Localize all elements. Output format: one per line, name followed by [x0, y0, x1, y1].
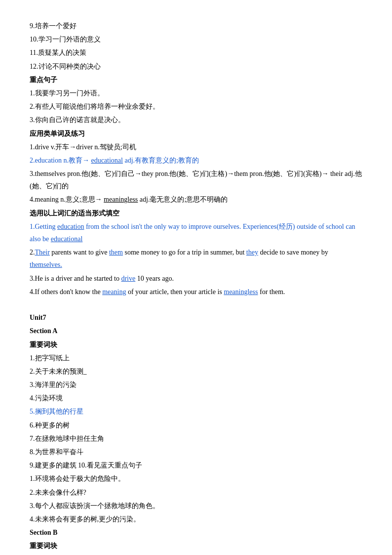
sentence-3: 3.你向自己许的诺言就是决心。 — [30, 114, 362, 126]
sentence-2: 2.有些人可能说他们将培养一种业余爱好。 — [30, 100, 362, 113]
heading-key-sentences: 重点句子 — [30, 74, 362, 86]
phrase-a-8: 8.为世界和平奋斗 — [30, 446, 362, 458]
key-sentence-a-4: 4.未来将会有更多的树,更少的污染。 — [30, 513, 362, 525]
vocab-line-1: 1.drive v.开车→driver n.驾驶员;司机 — [30, 141, 362, 153]
key-sentence-a-2: 2.未来会像什么样? — [30, 486, 362, 499]
phrase-a-5: 5.搁到其他的行星 — [30, 405, 362, 418]
important-phrases-heading-b: 重要词块 — [30, 540, 362, 552]
fill-blank-3: 3.He is a driver and he started to drive… — [30, 272, 362, 285]
vocab-line-2: 2.education n.教育→ educational adj.有教育意义的… — [30, 154, 362, 167]
heading-vocab: 应用类单词及练习 — [30, 128, 362, 140]
line-9: 9.培养一个爱好 — [30, 20, 362, 32]
line-10: 10.学习一门外语的意义 — [30, 33, 362, 45]
vocab-line-4: 4.meaning n.意义;意思→ meaningless adj.毫无意义的… — [30, 193, 362, 206]
phrase-a-9-10: 9.建更多的建筑 10.看见蓝天重点句子 — [30, 459, 362, 471]
key-sentence-a-3: 3.每个人都应该扮演一个拯救地球的角色。 — [30, 500, 362, 512]
vocab-line-3: 3.themselves pron.他(她、它)们自己→they pron.他(… — [30, 168, 362, 192]
phrase-a-6: 6.种更多的树 — [30, 419, 362, 431]
main-content: 9.培养一个爱好 10.学习一门外语的意义 11.质疑某人的决策 12.讨论不同… — [30, 20, 362, 555]
fill-blank-4: 4.If others don't know the meaning of yo… — [30, 286, 362, 298]
unit7-heading: Unit7 — [30, 311, 362, 324]
phrase-a-2: 2.关于未来的预测_ — [30, 365, 362, 378]
sentence-1: 1.我要学习另一门外语。 — [30, 87, 362, 99]
phrase-a-4: 4.污染环境 — [30, 392, 362, 404]
section-a-heading: Section A — [30, 325, 362, 337]
fill-blank-2: 2.Their parents want to give them some m… — [30, 246, 362, 271]
important-phrases-heading-a: 重要词块 — [30, 339, 362, 351]
line-12: 12.讨论不同种类的决心 — [30, 60, 362, 73]
phrase-b-1: 1.像人类一样思考 — [30, 554, 362, 555]
line-11: 11.质疑某人的决策 — [30, 46, 362, 59]
phrase-a-3: 3.海洋里的污染 — [30, 379, 362, 391]
phrase-a-1: 1.把字写纸上 — [30, 352, 362, 364]
heading-fill-blank: 选用以上词汇的适当形式填空 — [30, 207, 362, 219]
key-sentence-a-1: 1.环境将会处于极大的危险中。 — [30, 472, 362, 485]
section-b-heading: Section B — [30, 526, 362, 539]
fill-blank-1: 1.Getting education from the school isn'… — [30, 220, 362, 245]
phrase-a-7: 7.在拯救地球中担任主角 — [30, 432, 362, 445]
